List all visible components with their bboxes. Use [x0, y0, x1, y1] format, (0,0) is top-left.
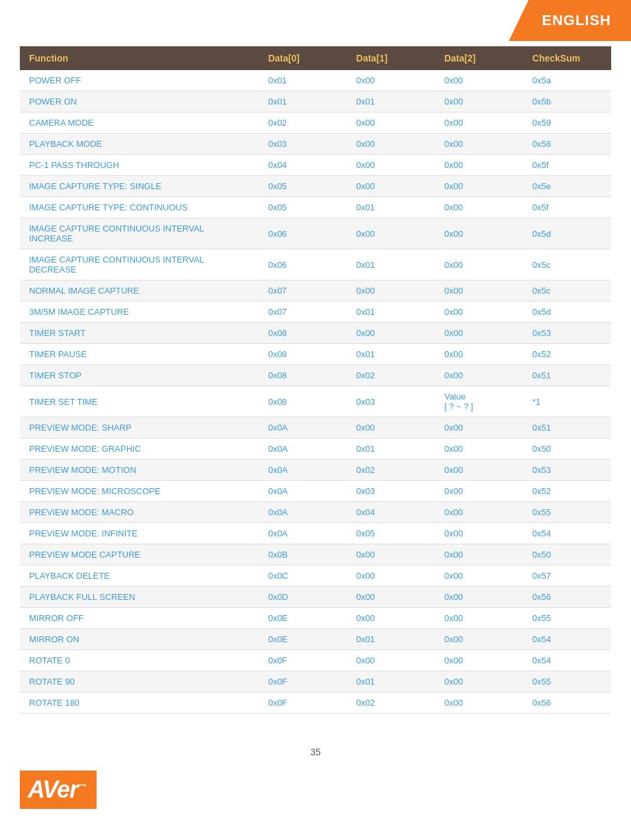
cell-data2: 0x00 [435, 460, 523, 481]
cell-function: ROTATE 180 [20, 693, 259, 714]
cell-function: PREVIEW MODE: MICROSCOPE [20, 481, 259, 502]
table-row: PREVIEW MODE: MACRO0x0A0x040x000x55 [20, 502, 611, 523]
cell-data1: 0x00 [347, 587, 435, 608]
col-data0: Data[0] [259, 46, 347, 70]
cell-data1: 0x00 [347, 417, 435, 439]
language-header: ENGLISH [509, 0, 631, 41]
table-row: TIMER SET TIME0x080x03Value[ ? ~ ? ]*1 [20, 386, 611, 417]
cell-checksum: 0x52 [523, 481, 611, 502]
cell-data0: 0x0D [259, 587, 347, 608]
cell-data1: 0x03 [347, 481, 435, 502]
table-row: PLAYBACK FULL SCREEN0x0D0x000x000x56 [20, 587, 611, 608]
cell-data0: 0x0A [259, 502, 347, 523]
cell-function: POWER OFF [20, 70, 259, 91]
cell-checksum: 0x50 [523, 439, 611, 460]
cell-data1: 0x00 [347, 650, 435, 671]
table-row: PREVIEW MODE CAPTURE0x0B0x000x000x50 [20, 544, 611, 566]
table-row: 3M/5M IMAGE CAPTURE0x070x010x000x5d [20, 302, 611, 323]
cell-checksum: 0x55 [523, 671, 611, 693]
cell-function: PREVIEW MODE: SHARP [20, 417, 259, 439]
cell-checksum: 0x56 [523, 693, 611, 714]
cell-data1: 0x00 [347, 155, 435, 176]
cell-function: PLAYBACK MODE [20, 134, 259, 155]
cell-checksum: 0x55 [523, 608, 611, 629]
aver-logo: AVer™ [20, 771, 97, 809]
cell-data1: 0x01 [347, 249, 435, 280]
cell-data1: 0x00 [347, 608, 435, 629]
cell-data1: 0x01 [347, 302, 435, 323]
cell-checksum: 0x52 [523, 344, 611, 365]
command-table: Function Data[0] Data[1] Data[2] CheckSu… [20, 46, 611, 714]
table-row: TIMER STOP0x080x020x000x51 [20, 365, 611, 386]
page-number: 35 [20, 747, 611, 757]
footer: 35 [0, 734, 631, 764]
cell-data1: 0x03 [347, 386, 435, 417]
table-row: TIMER PAUSE0x080x010x000x52 [20, 344, 611, 365]
cell-data0: 0x0F [259, 693, 347, 714]
cell-data1: 0x00 [347, 112, 435, 134]
cell-data1: 0x04 [347, 502, 435, 523]
cell-data1: 0x05 [347, 523, 435, 544]
cell-data2: Value[ ? ~ ? ] [435, 386, 523, 417]
table-row: PLAYBACK DELETE0x0C0x000x000x57 [20, 566, 611, 587]
cell-function: CAMERA MODE [20, 112, 259, 134]
cell-function: NORMAL IMAGE CAPTURE [20, 280, 259, 302]
cell-function: PREVIEW MODE: MOTION [20, 460, 259, 481]
cell-data1: 0x02 [347, 460, 435, 481]
cell-checksum: *1 [523, 386, 611, 417]
table-row: PLAYBACK MODE0x030x000x000x58 [20, 134, 611, 155]
cell-data1: 0x01 [347, 671, 435, 693]
cell-data2: 0x00 [435, 323, 523, 344]
col-checksum: CheckSum [523, 46, 611, 70]
cell-data2: 0x00 [435, 155, 523, 176]
cell-function: 3M/5M IMAGE CAPTURE [20, 302, 259, 323]
cell-data0: 0x0A [259, 481, 347, 502]
cell-data0: 0x0B [259, 544, 347, 566]
cell-data1: 0x01 [347, 344, 435, 365]
table-header: Function Data[0] Data[1] Data[2] CheckSu… [20, 46, 611, 70]
cell-checksum: 0x53 [523, 323, 611, 344]
cell-data2: 0x00 [435, 176, 523, 197]
cell-data0: 0x08 [259, 323, 347, 344]
cell-data0: 0x08 [259, 386, 347, 417]
cell-function: TIMER PAUSE [20, 344, 259, 365]
cell-data0: 0x05 [259, 197, 347, 218]
cell-function: MIRROR ON [20, 629, 259, 650]
cell-checksum: 0x51 [523, 365, 611, 386]
cell-data0: 0x08 [259, 344, 347, 365]
cell-checksum: 0x51 [523, 417, 611, 439]
cell-function: PREVIEW MODE: GRAPHIC [20, 439, 259, 460]
table-row: MIRROR ON0x0E0x010x000x54 [20, 629, 611, 650]
cell-checksum: 0x55 [523, 502, 611, 523]
cell-data1: 0x02 [347, 365, 435, 386]
cell-data2: 0x00 [435, 280, 523, 302]
cell-checksum: 0x5e [523, 176, 611, 197]
cell-data1: 0x01 [347, 91, 435, 112]
cell-data0: 0x02 [259, 112, 347, 134]
cell-data2: 0x00 [435, 134, 523, 155]
cell-data2: 0x00 [435, 693, 523, 714]
cell-data0: 0x01 [259, 70, 347, 91]
cell-data2: 0x00 [435, 91, 523, 112]
cell-data1: 0x00 [347, 218, 435, 249]
cell-data1: 0x00 [347, 544, 435, 566]
language-label: ENGLISH [542, 12, 611, 28]
cell-function: PREVIEW MODE: INFINITE [20, 523, 259, 544]
cell-data0: 0x0A [259, 439, 347, 460]
cell-checksum: 0x5d [523, 302, 611, 323]
cell-data2: 0x00 [435, 544, 523, 566]
cell-data2: 0x00 [435, 112, 523, 134]
cell-function: MIRROR OFF [20, 608, 259, 629]
cell-data2: 0x00 [435, 439, 523, 460]
cell-data0: 0x06 [259, 218, 347, 249]
cell-function: ROTATE 0 [20, 650, 259, 671]
cell-data1: 0x00 [347, 176, 435, 197]
cell-function: TIMER STOP [20, 365, 259, 386]
cell-checksum: 0x56 [523, 587, 611, 608]
cell-data0: 0x0F [259, 671, 347, 693]
cell-data2: 0x00 [435, 302, 523, 323]
cell-data2: 0x00 [435, 197, 523, 218]
cell-data0: 0x0E [259, 629, 347, 650]
table-row: POWER OFF0x010x000x000x5a [20, 70, 611, 91]
cell-checksum: 0x54 [523, 629, 611, 650]
